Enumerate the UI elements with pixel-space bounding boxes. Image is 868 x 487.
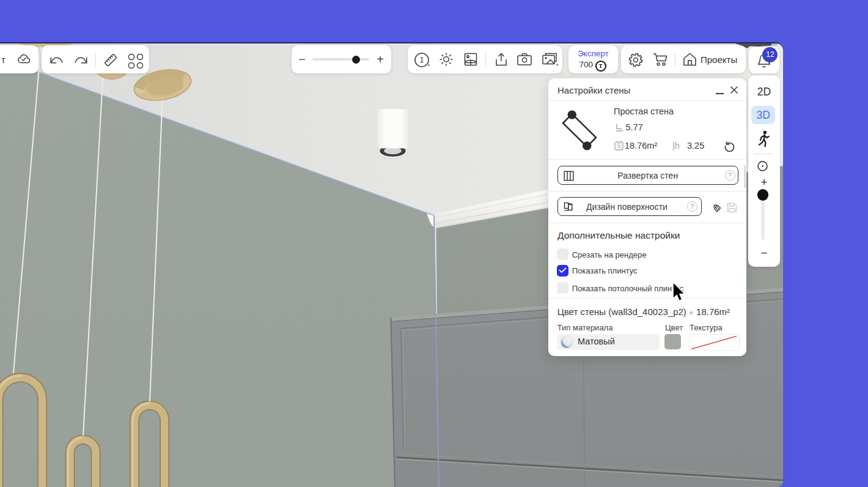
svg-text:S: S [617, 143, 621, 149]
svg-text:1: 1 [420, 56, 424, 64]
